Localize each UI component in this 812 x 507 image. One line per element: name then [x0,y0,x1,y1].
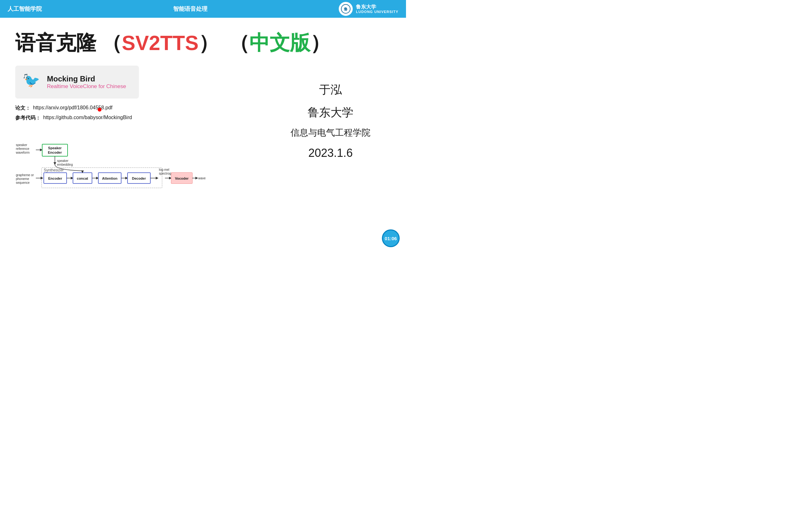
svg-text:phoneme: phoneme [16,177,29,181]
code-ref: 参考代码： https://github.com/babysor/Mocking… [15,115,251,121]
university-logo: 鲁 [339,2,353,16]
svg-text:grapheme or: grapheme or [16,173,34,177]
mockingbird-svg: 🐦 🎵 [23,71,42,90]
svg-text:Encoder: Encoder [48,176,62,180]
title-part1: 语音克隆 [15,29,96,57]
svg-text:Encoder: Encoder [48,151,62,154]
diagram-svg: speaker reference waveform Speaker Encod… [15,130,206,193]
architecture-diagram: speaker reference waveform Speaker Encod… [15,130,206,195]
svg-text:reference: reference [16,147,30,151]
author-date: 2023.1.6 [270,142,391,164]
title-row: 语音克隆 （ SV2TTS ） （ 中文版 ） [15,29,391,57]
author-info: 于泓 鲁东大学 信息与电气工程学院 2023.1.6 [270,78,391,164]
svg-text:log-mel: log-mel [159,168,169,171]
title-open-paren1: （ [101,29,122,57]
author-department: 信息与电气工程学院 [270,124,391,142]
svg-text:waveform: waveform [198,176,206,180]
main-content: 语音克隆 （ SV2TTS ） （ 中文版 ） 🐦 🎵 Mocking [0,18,406,201]
code-url: https://github.com/babysor/MockingBird [43,115,132,121]
svg-text:waveform: waveform [15,151,30,154]
title-zhongwen: 中文版 [249,29,310,57]
left-column: 🐦 🎵 Mocking Bird Realtime VoiceClone for… [15,66,251,195]
svg-text:鲁: 鲁 [344,7,348,11]
mockingbird-card: 🐦 🎵 Mocking Bird Realtime VoiceClone for… [15,66,139,99]
mockingbird-subtitle: Realtime VoiceClone for Chinese [47,83,126,90]
title-close-paren2: ） [310,29,331,57]
bird-icon: 🐦 🎵 [23,71,42,93]
university-name-text: 鲁东大学 LUDONG UNIVERSITY [356,4,398,14]
author-university: 鲁东大学 [270,101,391,124]
svg-text:speaker: speaker [16,143,27,147]
svg-text:Vocoder: Vocoder [175,176,189,180]
title-open-paren2: （ [229,29,249,57]
timer-display: 01:06 [382,229,400,247]
header-bar: 人工智能学院 智能语音处理 鲁 鲁东大学 LUDONG UNIVERSITY [0,0,406,18]
univ-name-cn: 鲁东大学 [356,4,398,10]
svg-text:sequence: sequence [16,181,30,184]
logo-icon: 鲁 [341,4,351,14]
references: 论文： https://arxiv.org/pdf/1806.04558.pdf… [15,105,251,121]
header-right: 鲁 鲁东大学 LUDONG UNIVERSITY [339,2,398,16]
svg-text:Speaker: Speaker [48,146,62,150]
code-label: 参考代码： [15,115,41,121]
svg-text:🎵: 🎵 [23,73,29,79]
svg-text:Decoder: Decoder [132,176,146,180]
mockingbird-text: Mocking Bird Realtime VoiceClone for Chi… [47,74,126,90]
institute-label: 人工智能学院 [8,5,42,13]
course-label: 智能语音处理 [173,5,207,13]
svg-text:Attention: Attention [102,176,118,180]
svg-text:speaker: speaker [57,159,68,163]
header-left: 人工智能学院 [8,5,42,13]
paper-label: 论文： [15,105,31,112]
svg-text:concat: concat [77,176,88,180]
univ-name-en: LUDONG UNIVERSITY [356,10,398,14]
author-name: 于泓 [270,78,391,101]
mockingbird-name: Mocking Bird [47,74,126,83]
timer-text: 01:06 [385,236,397,241]
title-close-paren1: ） [199,29,219,57]
header-center: 智能语音处理 [173,5,207,13]
svg-text:embedding: embedding [57,163,72,166]
paper-ref: 论文： https://arxiv.org/pdf/1806.04558.pdf [15,105,251,112]
cursor-dot [98,108,101,112]
title-sv2tts: SV2TTS [122,32,199,55]
